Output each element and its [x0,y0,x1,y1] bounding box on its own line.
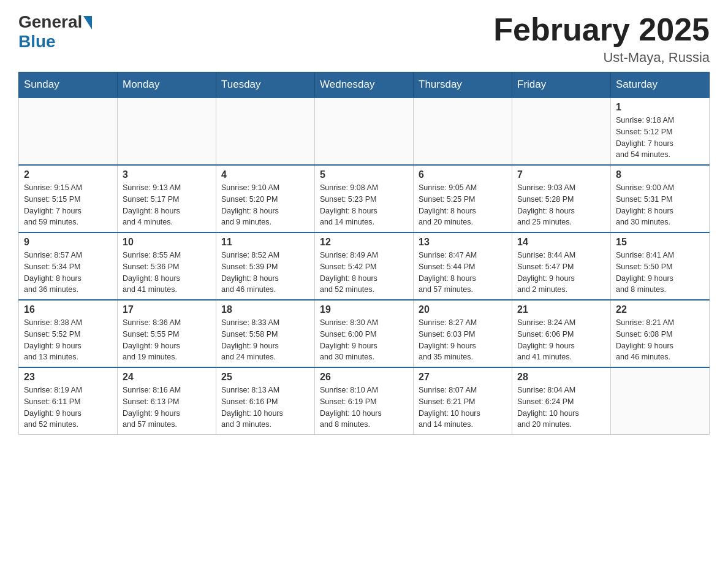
day-info: Sunrise: 9:10 AM Sunset: 5:20 PM Dayligh… [221,182,309,228]
calendar-cell: 24Sunrise: 8:16 AM Sunset: 6:13 PM Dayli… [118,367,216,435]
calendar-cell: 9Sunrise: 8:57 AM Sunset: 5:34 PM Daylig… [19,232,118,300]
weekday-header-thursday: Thursday [414,72,512,98]
day-number: 19 [320,304,408,315]
calendar-cell [118,98,216,165]
day-info: Sunrise: 9:18 AM Sunset: 5:12 PM Dayligh… [616,115,704,161]
day-info: Sunrise: 9:03 AM Sunset: 5:28 PM Dayligh… [517,182,605,228]
day-number: 1 [616,102,704,113]
day-number: 28 [517,372,605,383]
day-number: 17 [123,304,211,315]
day-info: Sunrise: 8:19 AM Sunset: 6:11 PM Dayligh… [24,385,112,431]
day-number: 16 [24,304,112,315]
calendar-cell: 1Sunrise: 9:18 AM Sunset: 5:12 PM Daylig… [611,98,710,165]
day-number: 6 [419,169,507,180]
day-number: 25 [221,372,309,383]
calendar-cell: 22Sunrise: 8:21 AM Sunset: 6:08 PM Dayli… [611,300,710,367]
calendar-week-1: 1Sunrise: 9:18 AM Sunset: 5:12 PM Daylig… [19,98,710,165]
day-info: Sunrise: 8:04 AM Sunset: 6:24 PM Dayligh… [517,385,605,431]
calendar-cell: 10Sunrise: 8:55 AM Sunset: 5:36 PM Dayli… [118,232,216,300]
day-number: 27 [419,372,507,383]
day-number: 15 [616,237,704,248]
calendar-week-5: 23Sunrise: 8:19 AM Sunset: 6:11 PM Dayli… [19,367,710,435]
day-info: Sunrise: 8:36 AM Sunset: 5:55 PM Dayligh… [123,317,211,363]
weekday-header-saturday: Saturday [611,72,710,98]
calendar-cell: 12Sunrise: 8:49 AM Sunset: 5:42 PM Dayli… [315,232,414,300]
day-number: 22 [616,304,704,315]
day-number: 12 [320,237,408,248]
weekday-header-friday: Friday [512,72,611,98]
day-number: 11 [221,237,309,248]
weekday-header-tuesday: Tuesday [216,72,315,98]
day-info: Sunrise: 9:00 AM Sunset: 5:31 PM Dayligh… [616,182,704,228]
day-info: Sunrise: 8:41 AM Sunset: 5:50 PM Dayligh… [616,250,704,296]
day-number: 21 [517,304,605,315]
day-info: Sunrise: 9:05 AM Sunset: 5:25 PM Dayligh… [419,182,507,228]
calendar-cell: 27Sunrise: 8:07 AM Sunset: 6:21 PM Dayli… [414,367,512,435]
calendar-cell: 26Sunrise: 8:10 AM Sunset: 6:19 PM Dayli… [315,367,414,435]
logo-text: General [18,12,92,32]
weekday-header-wednesday: Wednesday [315,72,414,98]
day-info: Sunrise: 8:10 AM Sunset: 6:19 PM Dayligh… [320,385,408,431]
day-info: Sunrise: 8:24 AM Sunset: 6:06 PM Dayligh… [517,317,605,363]
day-info: Sunrise: 9:15 AM Sunset: 5:15 PM Dayligh… [24,182,112,228]
day-info: Sunrise: 8:33 AM Sunset: 5:58 PM Dayligh… [221,317,309,363]
day-number: 18 [221,304,309,315]
calendar-cell: 16Sunrise: 8:38 AM Sunset: 5:52 PM Dayli… [19,300,118,367]
calendar-cell: 15Sunrise: 8:41 AM Sunset: 5:50 PM Dayli… [611,232,710,300]
day-info: Sunrise: 8:55 AM Sunset: 5:36 PM Dayligh… [123,250,211,296]
logo-blue-text: Blue [18,32,56,52]
logo: General Blue [18,12,92,52]
weekday-header-monday: Monday [118,72,216,98]
day-number: 13 [419,237,507,248]
calendar-cell: 11Sunrise: 8:52 AM Sunset: 5:39 PM Dayli… [216,232,315,300]
day-info: Sunrise: 9:13 AM Sunset: 5:17 PM Dayligh… [123,182,211,228]
calendar-cell: 20Sunrise: 8:27 AM Sunset: 6:03 PM Dayli… [414,300,512,367]
day-info: Sunrise: 8:52 AM Sunset: 5:39 PM Dayligh… [221,250,309,296]
day-info: Sunrise: 8:07 AM Sunset: 6:21 PM Dayligh… [419,385,507,431]
location: Ust-Maya, Russia [493,50,710,66]
calendar-cell: 18Sunrise: 8:33 AM Sunset: 5:58 PM Dayli… [216,300,315,367]
day-number: 5 [320,169,408,180]
page-header: General Blue February 2025 Ust-Maya, Rus… [18,12,710,66]
day-info: Sunrise: 8:49 AM Sunset: 5:42 PM Dayligh… [320,250,408,296]
title-section: February 2025 Ust-Maya, Russia [493,12,710,66]
calendar-week-4: 16Sunrise: 8:38 AM Sunset: 5:52 PM Dayli… [19,300,710,367]
calendar-cell [315,98,414,165]
day-number: 8 [616,169,704,180]
day-number: 9 [24,237,112,248]
calendar-cell [512,98,611,165]
day-number: 23 [24,372,112,383]
day-number: 26 [320,372,408,383]
day-info: Sunrise: 8:38 AM Sunset: 5:52 PM Dayligh… [24,317,112,363]
day-info: Sunrise: 8:27 AM Sunset: 6:03 PM Dayligh… [419,317,507,363]
calendar-cell: 5Sunrise: 9:08 AM Sunset: 5:23 PM Daylig… [315,165,414,232]
calendar-header-row: SundayMondayTuesdayWednesdayThursdayFrid… [19,72,710,98]
month-title: February 2025 [493,12,710,47]
logo-general-text: General [18,12,82,32]
day-info: Sunrise: 8:16 AM Sunset: 6:13 PM Dayligh… [123,385,211,431]
calendar-cell [414,98,512,165]
calendar-cell: 23Sunrise: 8:19 AM Sunset: 6:11 PM Dayli… [19,367,118,435]
calendar-cell: 25Sunrise: 8:13 AM Sunset: 6:16 PM Dayli… [216,367,315,435]
calendar-week-3: 9Sunrise: 8:57 AM Sunset: 5:34 PM Daylig… [19,232,710,300]
calendar-cell [216,98,315,165]
weekday-header-sunday: Sunday [19,72,118,98]
calendar-week-2: 2Sunrise: 9:15 AM Sunset: 5:15 PM Daylig… [19,165,710,232]
logo-triangle-icon [83,16,92,29]
calendar-cell: 6Sunrise: 9:05 AM Sunset: 5:25 PM Daylig… [414,165,512,232]
calendar-cell [611,367,710,435]
calendar-cell: 21Sunrise: 8:24 AM Sunset: 6:06 PM Dayli… [512,300,611,367]
calendar-cell: 19Sunrise: 8:30 AM Sunset: 6:00 PM Dayli… [315,300,414,367]
day-info: Sunrise: 8:30 AM Sunset: 6:00 PM Dayligh… [320,317,408,363]
calendar-cell: 17Sunrise: 8:36 AM Sunset: 5:55 PM Dayli… [118,300,216,367]
day-number: 10 [123,237,211,248]
calendar-cell: 8Sunrise: 9:00 AM Sunset: 5:31 PM Daylig… [611,165,710,232]
day-info: Sunrise: 8:47 AM Sunset: 5:44 PM Dayligh… [419,250,507,296]
day-number: 2 [24,169,112,180]
day-info: Sunrise: 8:44 AM Sunset: 5:47 PM Dayligh… [517,250,605,296]
day-number: 14 [517,237,605,248]
day-number: 20 [419,304,507,315]
calendar-table: SundayMondayTuesdayWednesdayThursdayFrid… [18,72,710,435]
calendar-cell: 4Sunrise: 9:10 AM Sunset: 5:20 PM Daylig… [216,165,315,232]
day-info: Sunrise: 8:21 AM Sunset: 6:08 PM Dayligh… [616,317,704,363]
